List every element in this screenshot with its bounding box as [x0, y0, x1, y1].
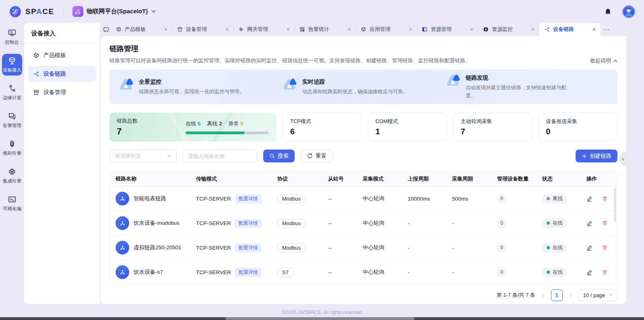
close-icon[interactable]: ×: [287, 27, 290, 32]
copyright-text: ©2025 JWSPACE. All rights reserved: [0, 310, 644, 315]
close-icon[interactable]: ×: [531, 27, 535, 32]
reset-button[interactable]: 重置: [301, 150, 333, 162]
bottom-scrollbar-thumb[interactable]: [225, 317, 415, 320]
tab-more-icon[interactable]: ⋯: [601, 23, 613, 36]
user-avatar[interactable]: [622, 5, 635, 18]
collect-mode: 中心轮询: [363, 219, 384, 227]
brand-logo[interactable]: SPACE: [9, 5, 54, 18]
feature-title: 实时追踪: [302, 78, 408, 86]
delete-icon[interactable]: [602, 269, 608, 275]
edit-icon[interactable]: [586, 244, 593, 251]
bottom-scrollbar[interactable]: [0, 317, 644, 320]
config-detail-tag[interactable]: 配置详情: [235, 219, 262, 228]
close-icon[interactable]: ×: [164, 27, 167, 32]
delete-icon[interactable]: [602, 244, 608, 251]
config-detail-tag[interactable]: 配置详情: [235, 243, 262, 252]
col-header: 传输模式: [190, 175, 272, 183]
nav-rail-item-rule-engine[interactable]: 规则引擎: [2, 137, 22, 159]
stat-label: 主动轮询采集: [461, 118, 525, 125]
nav-rail-item-console[interactable]: 控制台: [2, 26, 22, 48]
nav-rail-item-device-access[interactable]: 设备接入: [2, 54, 22, 76]
nav-rail-item-visual-editor[interactable]: 可视化编: [2, 193, 22, 214]
close-icon[interactable]: ×: [470, 27, 473, 32]
link-avatar-icon: [116, 241, 129, 254]
tab-list-icon[interactable]: [101, 23, 111, 36]
close-icon[interactable]: ×: [348, 27, 351, 32]
nav-rail-label: 控制台: [5, 39, 19, 45]
nav-rail-item-alarm[interactable]: 告警管理: [2, 109, 22, 131]
link-name[interactable]: 智能电表链路: [134, 195, 166, 202]
feature-title: 全景监控: [139, 78, 245, 86]
table-scrollbar[interactable]: [614, 188, 616, 222]
edge-computing-icon: [8, 84, 17, 93]
triangle-logo-icon: [118, 78, 134, 92]
tab-device-link[interactable]: 设备链路 ×: [539, 23, 601, 36]
integration-engine-icon: [8, 167, 17, 176]
nav-rail-item-integration-engine[interactable]: 集成引擎: [2, 165, 22, 187]
feature-title: 链路发现: [466, 74, 572, 82]
config-detail-tag[interactable]: 配置详情: [235, 268, 262, 277]
collapse-description-link[interactable]: 收起说明: [590, 57, 617, 64]
triangle-logo-icon: [282, 78, 297, 92]
edit-icon[interactable]: [586, 269, 593, 275]
sidebar-title: 设备接入: [24, 23, 100, 43]
table-row: 智能电表链路 TCP-SERVER配置详情 Modbus -- 中心轮询 100…: [110, 187, 617, 211]
close-icon[interactable]: ×: [225, 27, 229, 32]
link-name-input[interactable]: [183, 150, 257, 162]
prev-page-icon[interactable]: ‹: [541, 292, 545, 299]
feature-panorama: 全景监控 链路状态全局可视，实现统一化的监控与管理。: [118, 78, 282, 96]
tab-label: 资源管理: [431, 26, 452, 33]
stat-label: 设备推送采集: [546, 118, 610, 125]
page-size-select[interactable]: 10 / page: [578, 289, 617, 301]
edit-icon[interactable]: [586, 195, 593, 202]
link-name[interactable]: 饮水设备-s7: [134, 269, 163, 276]
tab-device-management[interactable]: 设备管理 ×: [172, 23, 233, 36]
delete-icon[interactable]: [602, 220, 608, 226]
tab-product-template[interactable]: 产品模板 ×: [111, 23, 172, 36]
divider: [177, 118, 178, 136]
config-detail-tag[interactable]: 配置详情: [235, 194, 262, 203]
link-name[interactable]: 饮水设备-modobus: [134, 219, 180, 227]
protocol-tag: Modbus: [277, 194, 305, 203]
page-number-button[interactable]: 1: [551, 289, 563, 301]
tab-resource-monitor[interactable]: 资源监控 ×: [478, 23, 539, 36]
protocol-select[interactable]: 请选择协议: [109, 150, 177, 162]
tab-gateway-management[interactable]: 网关管理 ×: [233, 23, 295, 36]
workspace-selector[interactable]: 物联网平台(SpaceIoT): [72, 6, 156, 17]
notification-bell-icon[interactable]: [604, 8, 612, 16]
brand-logo-icon: [9, 5, 22, 18]
tab-alarm-statistics[interactable]: 告警统计 ×: [295, 23, 356, 36]
collect-period: 500ms: [452, 196, 469, 202]
sidebar-item-device-link[interactable]: 设备链路: [28, 66, 96, 82]
link-avatar-icon: [116, 265, 129, 279]
delete-icon[interactable]: [602, 195, 608, 202]
next-page-icon[interactable]: ›: [569, 292, 572, 299]
sidebar-item-device-management[interactable]: 设备管理: [28, 84, 96, 101]
tab-label: 设备链路: [553, 26, 574, 33]
link-hub-icon: [33, 71, 39, 77]
nav-rail-item-edge-computing[interactable]: 边缘计算: [2, 82, 22, 103]
stat-value: 7: [117, 126, 177, 137]
tab-resource-management[interactable]: 资源管理 ×: [417, 23, 478, 36]
drawer-collapse-handle[interactable]: ‹: [619, 152, 626, 166]
workspace-label: 物联网平台(SpaceIoT): [87, 8, 148, 15]
alarm-icon: [8, 112, 17, 121]
edit-icon[interactable]: [586, 220, 593, 226]
stat-card-com: COM模式 1: [368, 113, 447, 142]
tab-application-management[interactable]: 应用管理 ×: [356, 23, 417, 36]
device-access-icon: [8, 56, 17, 65]
close-icon[interactable]: ×: [409, 27, 412, 32]
search-button[interactable]: 搜索: [263, 150, 295, 162]
create-link-button[interactable]: 创建链路: [576, 150, 617, 162]
header-divider: [63, 7, 64, 16]
close-icon[interactable]: ×: [592, 27, 596, 32]
transfer-mode: TCP-SERVER: [196, 220, 231, 226]
link-name[interactable]: 虚拟链路250-20501: [134, 244, 182, 251]
console-icon: [8, 29, 17, 37]
sidebar-item-product-template[interactable]: 产品模板: [28, 47, 96, 64]
chevron-down-icon: [609, 294, 613, 296]
stat-card-total-links: 链路总数 7 在线5 离线2 异常0: [109, 113, 277, 142]
status-badge: 在线: [542, 267, 567, 277]
user-avatar-image: [623, 6, 634, 17]
stat-card-tcp: TCP模式 6: [283, 113, 362, 142]
